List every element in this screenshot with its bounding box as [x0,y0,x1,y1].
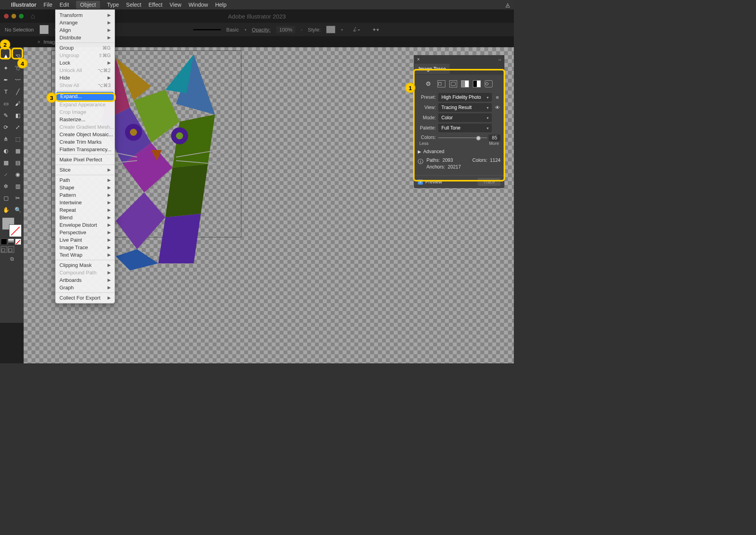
menu-item-lock[interactable]: Lock▶ [56,59,115,67]
menu-object[interactable]: Object [76,1,100,9]
menu-item-repeat[interactable]: Repeat▶ [56,206,115,214]
zoom-tool[interactable]: 🔍 [12,204,24,216]
colors-value[interactable]: 85 [489,135,500,141]
color-mode-solid-icon[interactable] [1,239,7,245]
chevron-right-icon[interactable]: › [301,28,302,32]
preset-bw-icon[interactable] [473,80,481,87]
menu-item-align[interactable]: Align▶ [56,26,115,34]
shaper-tool[interactable]: ✎ [0,109,12,121]
menu-type[interactable]: Type [107,2,119,8]
menu-item-distribute[interactable]: Distribute▶ [56,34,115,41]
transform-icon[interactable]: ✦▾ [372,27,379,33]
menu-item-rasterize[interactable]: Rasterize... [56,116,115,123]
menu-item-group[interactable]: Group⌘G [56,44,115,52]
screen-mode-icon[interactable]: ⧉ [0,256,24,262]
menu-item-graph[interactable]: Graph▶ [56,284,115,291]
color-mode-gradient-icon[interactable] [8,239,14,245]
line-tool[interactable]: ╱ [12,86,24,98]
menu-window[interactable]: Window [189,2,208,8]
chevron-down-icon[interactable]: ▾ [341,28,343,32]
free-transform-tool[interactable]: ⬚ [12,133,24,145]
opacity-label[interactable]: Opacity: [252,27,271,33]
maximize-window-icon[interactable] [19,14,24,19]
menu-item-shape[interactable]: Shape▶ [56,184,115,191]
close-tab-icon[interactable]: × [37,39,41,45]
preset-outline-icon[interactable]: ◇ [485,80,493,87]
menu-item-blend[interactable]: Blend▶ [56,214,115,221]
menu-item-clipping-mask[interactable]: Clipping Mask▶ [56,261,115,269]
menu-item-make-pixel-perfect[interactable]: Make Pixel Perfect [56,156,115,163]
minimize-window-icon[interactable] [11,14,16,19]
type-tool[interactable]: T [0,86,12,98]
draw-behind-icon[interactable]: ◻ [8,246,14,253]
preview-checkbox[interactable]: ✓ [418,180,423,185]
rotate-tool[interactable]: ⟳ [0,121,12,133]
preset-highfidelity-icon[interactable]: ◻ [437,80,445,87]
menu-item-transform[interactable]: Transform▶ [56,11,115,19]
hand-tool[interactable]: ✋ [0,204,12,216]
menu-view[interactable]: View [170,2,182,8]
magic-wand-tool[interactable]: ✦ [0,62,12,74]
home-icon[interactable]: ⌂ [31,12,35,20]
width-tool[interactable]: ⋔ [0,133,12,145]
menu-item-image-trace[interactable]: Image Trace▶ [56,244,115,251]
blend-tool[interactable]: ◉ [12,168,24,180]
curvature-tool[interactable]: 〰 [12,74,24,86]
menu-item-live-paint[interactable]: Live Paint▶ [56,236,115,244]
menu-effect[interactable]: Effect [148,2,163,8]
paintbrush-tool[interactable]: 🖌 [12,98,24,109]
shape-builder-tool[interactable]: ◐ [0,145,12,157]
column-graph-tool[interactable]: ▥ [12,180,24,192]
trace-button[interactable]: Trace [478,178,500,186]
preset-auto-icon[interactable]: ⚙ [426,80,434,87]
menu-item-slice[interactable]: Slice▶ [56,166,115,174]
scale-tool[interactable]: ⤢ [12,121,24,133]
gradient-tool[interactable]: ▤ [12,157,24,168]
menu-select[interactable]: Select [126,2,141,8]
panel-tab[interactable]: Image Trace [415,64,450,74]
menu-item-arrange[interactable]: Arrange▶ [56,19,115,26]
rectangle-tool[interactable]: ▭ [0,98,12,109]
stroke-color-icon[interactable] [9,224,22,237]
palette-dropdown[interactable]: Full Tone▾ [438,124,492,132]
mesh-tool[interactable]: ▩ [0,157,12,168]
color-mode-none-icon[interactable] [15,239,21,245]
align-icon[interactable]: ⫝̸▾ [352,27,360,33]
style-swatch[interactable] [326,26,335,33]
mode-dropdown[interactable]: Color▾ [438,113,492,122]
menu-help[interactable]: Help [215,2,226,8]
pen-tool[interactable]: ✒ [0,74,12,86]
preset-dropdown[interactable]: High Fidelity Photo▾ [438,93,492,102]
menu-item-expand[interactable]: Expand... [56,92,114,101]
perspective-tool[interactable]: ▦ [12,145,24,157]
close-window-icon[interactable] [4,14,9,19]
menu-item-text-wrap[interactable]: Text Wrap▶ [56,251,115,259]
menu-item-envelope-distort[interactable]: Envelope Distort▶ [56,221,115,229]
menu-item-path[interactable]: Path▶ [56,176,115,184]
menu-edit[interactable]: Edit [59,2,69,8]
eye-icon[interactable]: 👁 [494,105,500,111]
eyedropper-tool[interactable]: ⟋ [0,168,12,180]
preset-lowfidelity-icon[interactable] [449,80,457,87]
opacity-value[interactable]: 100% [276,26,295,33]
selection-tool[interactable]: ▲ [0,50,12,62]
panel-collapse-icon[interactable]: ‹‹ [498,57,501,62]
preset-menu-icon[interactable]: ≡ [494,94,500,100]
menu-item-flatten-transparency[interactable]: Flatten Transparency... [56,146,115,153]
chevron-down-icon[interactable]: ▾ [245,28,246,32]
menu-item-create-object-mosaic[interactable]: Create Object Mosaic... [56,131,115,138]
menu-item-create-trim-marks[interactable]: Create Trim Marks [56,138,115,146]
panel-close-icon[interactable]: × [417,57,420,62]
menu-item-artboards[interactable]: Artboards▶ [56,276,115,284]
menu-file[interactable]: File [44,2,53,8]
fill-stroke-control[interactable] [2,217,22,237]
menu-item-collect-for-export[interactable]: Collect For Export▶ [56,294,115,302]
colors-slider[interactable]: 85 [438,135,500,140]
menu-item-pattern[interactable]: Pattern▶ [56,191,115,199]
advanced-toggle[interactable]: ▶ Advanced [418,149,500,154]
cc-sync-icon[interactable]: ◬ [506,2,510,8]
preset-3colors-icon[interactable] [461,80,469,87]
stroke-profile[interactable] [193,29,221,30]
fill-swatch[interactable] [39,25,49,34]
menu-item-hide[interactable]: Hide▶ [56,74,115,81]
